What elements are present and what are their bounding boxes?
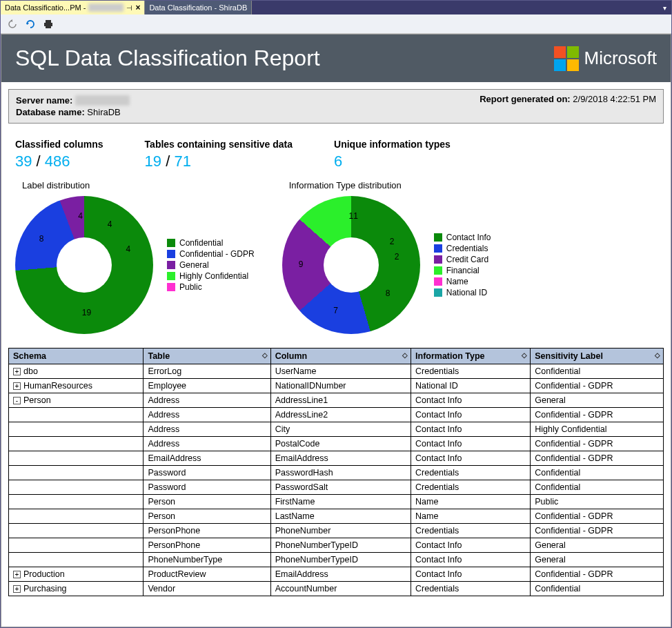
close-icon[interactable]: ×: [135, 3, 140, 12]
cell-label: Confidential: [531, 582, 664, 596]
table-row: PersonLastNameNameConfidential - GDPR: [9, 509, 664, 524]
cell-column: NationalIDNumber: [270, 379, 411, 393]
expander-icon[interactable]: +: [13, 382, 21, 390]
table-row: PersonPhonePhoneNumberCredentialsConfide…: [9, 524, 664, 538]
legend-label: Credit Card: [446, 255, 488, 264]
cell-label: Confidential - GDPR: [531, 408, 664, 422]
cell-info: Credentials: [411, 480, 531, 495]
cell-schema: [9, 437, 144, 451]
tab-label: Data Classificatio...PM -: [5, 3, 86, 12]
expander-icon[interactable]: +: [13, 368, 21, 375]
server-value: hidden: [75, 95, 130, 106]
donut-slice-value: 2: [390, 237, 395, 246]
cell-label: Confidential - GDPR: [531, 451, 664, 466]
cell-info: Contact Info: [411, 393, 531, 408]
column-header[interactable]: Information Type◇: [411, 349, 531, 364]
table-row: EmailAddressEmailAddressContact InfoConf…: [9, 451, 664, 466]
donut-slice-value: 4: [78, 211, 83, 221]
donut-slice-value: 8: [386, 288, 391, 298]
table-row: PhoneNumberTypePhoneNumberTypeIDContact …: [9, 553, 664, 567]
column-header[interactable]: Table◇: [144, 349, 270, 364]
report-header: SQL Data Classification Report Microsoft: [1, 35, 671, 82]
stat-tables: Tables containing sensitive data 19 / 71: [145, 139, 293, 170]
tabs-dropdown-icon[interactable]: ▾: [658, 1, 671, 14]
cell-column: City: [270, 422, 411, 437]
print-icon[interactable]: [42, 18, 55, 30]
cell-table: Password: [144, 466, 270, 480]
donut-slice-value: 11: [349, 211, 358, 221]
report-content: SQL Data Classification Report Microsoft…: [1, 34, 671, 627]
svg-rect-2: [46, 26, 51, 28]
cell-info: Contact Info: [411, 567, 531, 582]
microsoft-logo-text: Microsoft: [584, 48, 657, 69]
table-row: +HumanResourcesEmployeeNationalIDNumberN…: [9, 379, 664, 393]
generated-label: Report generated on:: [480, 94, 570, 104]
cell-schema: [9, 495, 144, 509]
cell-info: Contact Info: [411, 437, 531, 451]
cell-info: Credentials: [411, 364, 531, 379]
expander-icon[interactable]: +: [13, 585, 21, 593]
cell-table: Address: [144, 437, 270, 451]
donut-slice-value: 19: [82, 308, 91, 317]
cell-info: National ID: [411, 379, 531, 393]
legend-swatch: [434, 288, 442, 297]
pin-icon[interactable]: ⊣: [126, 4, 132, 12]
back-icon[interactable]: [6, 18, 19, 30]
cell-label: Highly Confidential: [531, 422, 664, 437]
table-row: AddressCityContact InfoHighly Confidenti…: [9, 422, 664, 437]
tab-label: Data Classification - ShiraDB: [149, 3, 247, 12]
donut-slice-value: 4: [126, 244, 130, 254]
cell-info: Contact Info: [411, 422, 531, 437]
cell-table: EmailAddress: [144, 451, 270, 466]
tab-inactive[interactable]: Data Classification - ShiraDB: [145, 1, 252, 14]
legend-label: Highly Confidential: [179, 271, 248, 281]
sort-icon[interactable]: ◇: [262, 351, 268, 359]
sort-icon[interactable]: ◇: [655, 351, 660, 359]
refresh-icon[interactable]: [24, 18, 37, 30]
cell-label: General: [531, 553, 664, 567]
cell-schema: [9, 422, 144, 437]
column-header[interactable]: Sensitivity Label◇: [531, 349, 664, 364]
cell-schema: [9, 408, 144, 422]
cell-label: Confidential - GDPR: [531, 567, 664, 582]
donut-slice-value: 8: [39, 234, 44, 244]
tab-active[interactable]: Data Classificatio...PM - xx ⊣ ×: [1, 1, 145, 14]
cell-column: PhoneNumberTypeID: [270, 553, 411, 567]
sort-icon[interactable]: ◇: [522, 351, 527, 359]
cell-table: Vendor: [144, 582, 270, 596]
legend-swatch: [167, 261, 175, 269]
table-row: AddressAddressLine2Contact InfoConfident…: [9, 408, 664, 422]
expander-icon[interactable]: -: [13, 397, 21, 404]
toolbar: [1, 14, 671, 34]
donut-slice-value: 9: [299, 259, 304, 269]
sort-icon[interactable]: ◇: [402, 351, 408, 359]
info-box: Server name: hidden Database name: Shira…: [8, 89, 664, 124]
legend-swatch: [167, 239, 175, 247]
legend-swatch: [167, 250, 175, 258]
cell-label: Confidential - GDPR: [531, 509, 664, 524]
cell-table: Person: [144, 495, 270, 509]
cell-column: AddressLine2: [270, 408, 411, 422]
cell-schema: -Person: [9, 393, 144, 408]
legend-label: Contact Info: [446, 233, 491, 242]
cell-column: PhoneNumberTypeID: [270, 538, 411, 553]
legend-swatch: [434, 233, 442, 242]
expander-icon[interactable]: +: [13, 571, 21, 578]
column-header[interactable]: Column◇: [270, 349, 411, 364]
cell-schema: [9, 509, 144, 524]
table-row: +PurchasingVendorAccountNumberCredential…: [9, 582, 664, 596]
cell-column: PasswordHash: [270, 466, 411, 480]
table-row: +ProductionProductReviewEmailAddressCont…: [9, 567, 664, 582]
legend-swatch: [434, 266, 442, 275]
column-header[interactable]: Schema: [9, 349, 144, 364]
legend-label: Confidential: [179, 238, 223, 248]
legend-item: Confidential: [167, 238, 255, 248]
legend-item: Financial: [434, 266, 491, 275]
cell-info: Name: [411, 509, 531, 524]
cell-table: Address: [144, 408, 270, 422]
cell-column: AccountNumber: [270, 582, 411, 596]
table-row: PasswordPasswordHashCredentialsConfident…: [9, 466, 664, 480]
cell-schema: +Production: [9, 567, 144, 582]
cell-column: FirstName: [270, 495, 411, 509]
cell-schema: +HumanResources: [9, 379, 144, 393]
